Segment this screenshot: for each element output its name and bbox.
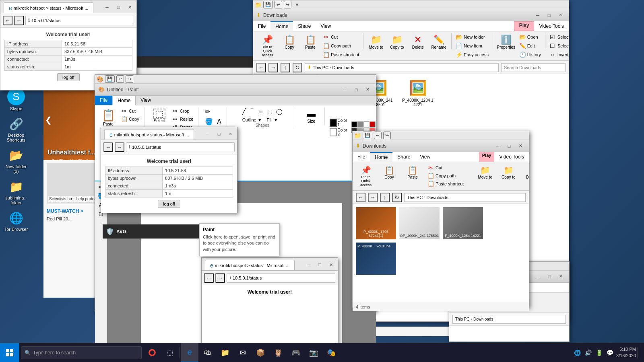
quick-undo-btn-2[interactable]: ↩ bbox=[374, 132, 382, 139]
cut-btn-main[interactable]: ✂Cut bbox=[321, 33, 361, 41]
network-icon[interactable]: 🌐 bbox=[573, 350, 582, 356]
refresh-btn-e2[interactable]: ↻ bbox=[392, 193, 402, 202]
swatch-gray[interactable] bbox=[357, 121, 363, 127]
delete-btn[interactable]: ✕ Delete bbox=[408, 33, 428, 51]
taskbar-store[interactable]: 🛍 bbox=[198, 343, 216, 362]
refresh-btn-explorer[interactable]: ↻ bbox=[293, 63, 302, 72]
paint-paste-btn[interactable]: 📋 Paste bbox=[98, 107, 118, 128]
minimize-btn-explorer[interactable]: ─ bbox=[533, 11, 543, 19]
minimize-btn-paint[interactable]: ─ bbox=[340, 86, 350, 94]
show-desktop-btn[interactable] bbox=[638, 347, 641, 358]
move-to-btn[interactable]: 📁 Move to bbox=[366, 33, 386, 51]
copy-path-btn-2[interactable]: 📋Copy path bbox=[426, 172, 465, 180]
explorer-addr-3[interactable]: This PC › Downloads bbox=[452, 315, 566, 324]
paint-text-btn[interactable]: A bbox=[215, 117, 223, 126]
paste-btn-main[interactable]: 📋 Paste bbox=[300, 33, 320, 51]
taskbar-clock[interactable]: 5:10 PM 3/16/2020 bbox=[616, 346, 636, 359]
copy-to-btn-2[interactable]: 📁 Copy to bbox=[498, 164, 518, 181]
close-btn-b2[interactable]: ✕ bbox=[225, 130, 235, 138]
taskbar-camera[interactable]: 📷 bbox=[305, 343, 322, 362]
desktop-icon-shortcuts[interactable]: 🔗 Desktop Shortcuts bbox=[2, 114, 31, 144]
paint-fill-btn[interactable]: Fill ▼ bbox=[265, 117, 280, 123]
swatch-white[interactable] bbox=[363, 121, 369, 127]
taskbar-uplay[interactable]: 🎮 bbox=[287, 343, 305, 362]
thumb-0[interactable]: P_4000K_1705 67241(1) bbox=[356, 207, 396, 239]
fwd-btn-b3[interactable]: → bbox=[215, 273, 225, 283]
tab-view-main[interactable]: View bbox=[316, 21, 336, 31]
browser-tab-main[interactable]: e mikrotik hotspot > status - Microsoft … bbox=[4, 2, 93, 13]
copy-path-btn[interactable]: 📋Copy path bbox=[321, 42, 361, 50]
copy-btn-main[interactable]: 📋 Copy bbox=[279, 33, 299, 51]
paint-save-btn-quick[interactable]: 💾 bbox=[105, 75, 115, 83]
maximize-btn-e3[interactable]: □ bbox=[544, 273, 555, 281]
maximize-btn-b3[interactable]: □ bbox=[314, 261, 325, 269]
fwd-btn-main[interactable]: → bbox=[14, 16, 24, 25]
paint-color1-swatch[interactable] bbox=[330, 119, 336, 127]
tab-home-main[interactable]: Home bbox=[270, 21, 293, 31]
tab-share-2[interactable]: Share bbox=[392, 152, 415, 162]
desktop-icon-subliminal[interactable]: 📁 'sublimina... folder bbox=[2, 177, 31, 207]
tab-file-main[interactable]: File bbox=[253, 21, 270, 31]
start-button[interactable] bbox=[0, 343, 19, 362]
close-btn-main[interactable]: ✕ bbox=[124, 3, 135, 11]
invert-btn[interactable]: ↔Invert selection bbox=[548, 51, 569, 59]
fwd-btn-b2[interactable]: → bbox=[115, 142, 124, 152]
paste-shortcut-btn-2[interactable]: 📋Paste shortcut bbox=[426, 180, 465, 188]
taskbar-cortana[interactable]: ⭕ bbox=[143, 343, 161, 362]
paint-ellipse-btn[interactable]: ◯ bbox=[275, 107, 284, 116]
fwd-btn-explorer[interactable]: → bbox=[268, 63, 278, 72]
back-btn-e2[interactable]: ← bbox=[356, 193, 365, 202]
quick-redo-btn[interactable]: ↪ bbox=[284, 1, 291, 8]
tab-videotools-main[interactable]: Video Tools bbox=[534, 21, 569, 31]
thumb-2[interactable]: P_4000K_1284 14221 bbox=[443, 207, 483, 239]
minimize-btn-b3[interactable]: ─ bbox=[303, 261, 314, 269]
tab-share-main[interactable]: Share bbox=[293, 21, 316, 31]
close-btn-paint[interactable]: ✕ bbox=[362, 86, 373, 94]
file-item-2[interactable]: 🖼️ P_4000K_1284 14221 bbox=[400, 77, 436, 109]
back-btn-b3[interactable]: ← bbox=[204, 273, 214, 283]
up-btn-explorer[interactable]: ↑ bbox=[281, 63, 290, 72]
maximize-btn-e2[interactable]: □ bbox=[504, 142, 514, 150]
easy-access-btn[interactable]: ⚡Easy access bbox=[454, 51, 490, 59]
paste-shortcut-btn[interactable]: 📋Paste shortcut bbox=[321, 51, 361, 59]
quick-undo-btn[interactable]: ↩ bbox=[275, 1, 282, 8]
paint-size-btn[interactable]: ▬ Size bbox=[301, 107, 321, 125]
minimize-btn-main[interactable]: ─ bbox=[102, 3, 112, 11]
tab-home-2[interactable]: Home bbox=[370, 152, 392, 162]
thumb-1[interactable]: OP_4000K_241 178501 bbox=[399, 207, 440, 239]
pin-to-quick-btn[interactable]: 📌 Pin to Quick access bbox=[256, 33, 279, 59]
paint-color2-swatch[interactable] bbox=[330, 128, 336, 136]
pin-btn-2[interactable]: 📌 Pin to Quick access bbox=[356, 164, 376, 189]
back-btn-main[interactable]: ← bbox=[3, 16, 12, 25]
taskbar-tripadvisor[interactable]: 🦉 bbox=[269, 343, 287, 362]
maximize-btn-b2[interactable]: □ bbox=[214, 130, 224, 138]
history-btn[interactable]: 🕒History bbox=[518, 51, 543, 59]
tab-view-2[interactable]: View bbox=[415, 152, 435, 162]
address-bar-b2[interactable]: ℹ 10.5.0.1/status bbox=[126, 142, 235, 152]
paint-cut-btn[interactable]: ✂Cut bbox=[119, 107, 141, 115]
notif-center-icon[interactable]: 💬 bbox=[605, 350, 615, 356]
select-none-btn[interactable]: ☐Select none bbox=[548, 42, 569, 50]
paint-tab-view[interactable]: View bbox=[136, 96, 156, 105]
rename-btn[interactable]: ✏️ Rename bbox=[429, 33, 449, 51]
quick-save-btn-2[interactable]: 💾 bbox=[363, 132, 372, 139]
quick-save-btn[interactable]: 💾 bbox=[263, 1, 273, 8]
taskbar-amazon[interactable]: 📦 bbox=[252, 343, 269, 362]
new-item-btn[interactable]: 📄New item bbox=[454, 42, 490, 50]
desktop-icon-tor[interactable]: 🌐 Tor Browser bbox=[2, 208, 31, 233]
explorer-addr-2[interactable]: This PC › Downloads bbox=[404, 193, 526, 202]
quick-redo-btn-2[interactable]: ↪ bbox=[383, 132, 391, 139]
delete-btn-2[interactable]: ✕ Delete bbox=[522, 164, 529, 181]
back-btn-b2[interactable]: ← bbox=[103, 142, 113, 152]
paste-btn-2[interactable]: 📋 Paste bbox=[402, 164, 423, 181]
minimize-btn-b2[interactable]: ─ bbox=[202, 130, 213, 138]
paint-resize-btn[interactable]: ⇔Resize bbox=[170, 115, 195, 123]
paint-outline-btn[interactable]: Outline ▼ bbox=[241, 117, 264, 123]
close-btn-e3[interactable]: ✕ bbox=[555, 273, 566, 281]
paint-pencil-btn[interactable]: ✏ bbox=[203, 107, 212, 116]
swatch-orange[interactable] bbox=[376, 121, 376, 127]
taskbar-edge[interactable]: e bbox=[181, 343, 198, 362]
paint-rect-btn[interactable]: ▭ bbox=[257, 107, 265, 116]
swatch-black[interactable] bbox=[351, 121, 357, 127]
minimize-btn-e2[interactable]: ─ bbox=[493, 142, 503, 150]
